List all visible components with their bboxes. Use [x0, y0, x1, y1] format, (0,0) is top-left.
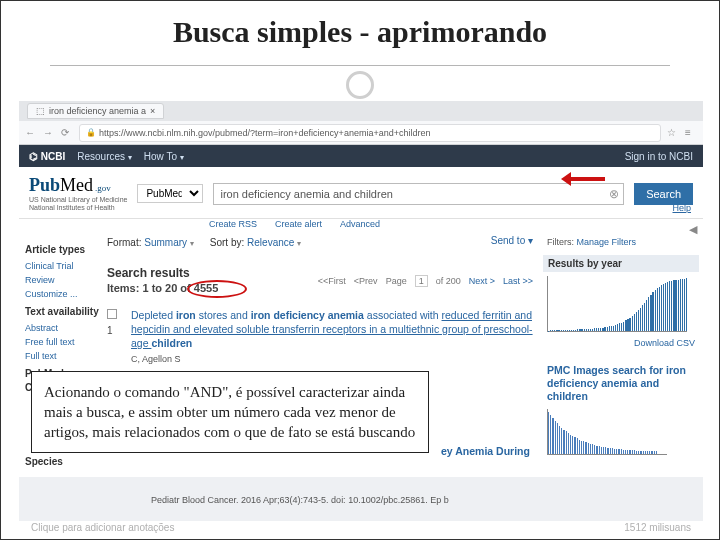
- search-query-text: iron deficiency anemia and children: [220, 188, 392, 200]
- reload-icon[interactable]: ⟳: [61, 127, 73, 139]
- footer-right-text: 1512 milisuans: [624, 522, 691, 533]
- result-checkbox[interactable]: [107, 309, 117, 319]
- browser-tab-strip: ⬚ iron deficiency anemia a ×: [19, 101, 703, 121]
- tab-close-icon[interactable]: ×: [150, 106, 155, 116]
- results-controls: Format: Summary ▾ Sort by: Relevance ▾: [107, 237, 533, 248]
- footer-left-text: Clique para adicionar anotações: [31, 522, 174, 533]
- send-to-menu[interactable]: Send to ▾: [491, 235, 533, 246]
- pager-first[interactable]: <<First: [318, 276, 346, 286]
- chevron-down-icon: ▾: [297, 239, 301, 248]
- lock-icon: 🔒: [86, 128, 96, 137]
- pmc-thumbnail-chart: [547, 409, 667, 455]
- signin-link[interactable]: Sign in to NCBI: [625, 151, 693, 162]
- items-count: Items: 1 to 20 of 4555: [107, 282, 218, 294]
- pager-prev[interactable]: <Prev: [354, 276, 378, 286]
- facet-abstract[interactable]: Abstract: [25, 321, 101, 335]
- page-input[interactable]: 1: [415, 275, 428, 287]
- advanced-link[interactable]: Advanced: [340, 219, 380, 229]
- back-icon[interactable]: ←: [25, 127, 37, 139]
- browser-tab[interactable]: ⬚ iron deficiency anemia a ×: [27, 103, 164, 119]
- slide-title: Busca simples - aprimorando: [1, 1, 719, 55]
- title-rule: [50, 65, 670, 66]
- facet-free-full-text[interactable]: Free full text: [25, 335, 101, 349]
- results-by-year-chart: [547, 276, 687, 332]
- clear-search-icon[interactable]: ⊗: [609, 187, 619, 201]
- ncbi-toolbar: ⌬ NCBI Resources ▾ How To ▾ Sign in to N…: [19, 145, 703, 167]
- howto-menu[interactable]: How To ▾: [144, 151, 184, 162]
- resources-menu[interactable]: Resources ▾: [77, 151, 132, 162]
- forward-icon[interactable]: →: [43, 127, 55, 139]
- search-button[interactable]: Search: [634, 183, 693, 205]
- chevron-down-icon: ▾: [190, 239, 194, 248]
- pager: <<First <Prev Page 1 of 200 Next > Last …: [318, 275, 533, 287]
- ncbi-logo: ⌬ NCBI: [29, 151, 65, 162]
- create-rss-link[interactable]: Create RSS: [209, 219, 257, 229]
- browser-menu-icon[interactable]: ≡: [685, 127, 697, 139]
- chart-slider-left-icon[interactable]: ◀: [689, 223, 697, 236]
- chevron-down-icon: ▾: [128, 153, 132, 162]
- manage-filters-link[interactable]: Manage Filters: [577, 237, 637, 247]
- result-2-citation: Pediatr Blood Cancer. 2016 Apr;63(4):743…: [151, 495, 449, 505]
- pmc-images-search-link[interactable]: PMC Images search for iron deficiency an…: [547, 364, 695, 403]
- format-select[interactable]: Summary: [144, 237, 187, 248]
- tab-title: iron deficiency anemia a: [49, 106, 146, 116]
- pubmed-subtitle-1: US National Library of Medicine: [29, 196, 127, 204]
- create-alert-link[interactable]: Create alert: [275, 219, 322, 229]
- star-icon[interactable]: ☆: [667, 127, 679, 139]
- tab-favicon: ⬚: [36, 106, 45, 116]
- pubmed-screenshot: ⬚ iron deficiency anemia a × ← → ⟳ 🔒 htt…: [19, 101, 703, 521]
- browser-address-bar: ← → ⟳ 🔒 https://www.ncbi.nlm.nih.gov/pub…: [19, 121, 703, 145]
- result-number: 1: [107, 324, 113, 338]
- help-link[interactable]: Help: [672, 203, 691, 213]
- result-authors: C, Agellon S: [131, 352, 533, 366]
- search-sublinks: Create RSS Create alert Advanced: [19, 219, 703, 233]
- slide-footer: Clique para adicionar anotações 1512 mil…: [31, 522, 691, 533]
- facet-customize[interactable]: Customize ...: [25, 287, 101, 301]
- facet-heading-text-availability: Text availability: [25, 305, 101, 319]
- url-text: https://www.ncbi.nlm.nih.gov/pubmed/?ter…: [99, 128, 430, 138]
- facet-review[interactable]: Review: [25, 273, 101, 287]
- pubmed-logo[interactable]: PubMed.gov: [29, 175, 127, 196]
- url-input[interactable]: 🔒 https://www.ncbi.nlm.nih.gov/pubmed/?t…: [79, 124, 661, 142]
- database-select[interactable]: PubMed: [137, 184, 203, 203]
- facet-heading-species: Species: [25, 455, 101, 469]
- right-column: Filters: Manage Filters Results by year …: [539, 233, 703, 477]
- pager-next[interactable]: Next >: [469, 276, 495, 286]
- title-ornament-circle: [346, 71, 374, 99]
- chevron-down-icon: ▾: [180, 153, 184, 162]
- result-item-2-fragment: ey Anemia During: [441, 445, 530, 457]
- facet-heading-article-types: Article types: [25, 243, 101, 257]
- download-csv-link[interactable]: Download CSV: [547, 338, 695, 348]
- sort-select[interactable]: Relevance: [247, 237, 294, 248]
- facet-clinical-trial[interactable]: Clinical Trial: [25, 259, 101, 273]
- pager-last[interactable]: Last >>: [503, 276, 533, 286]
- pubmed-subtitle-2: National Institutes of Health: [29, 204, 127, 212]
- results-by-year-heading: Results by year: [543, 255, 699, 272]
- annotation-callout: Acionando o comando "AND", é possível ca…: [31, 371, 429, 453]
- annotation-red-arrow: [569, 173, 613, 185]
- facet-full-text[interactable]: Full text: [25, 349, 101, 363]
